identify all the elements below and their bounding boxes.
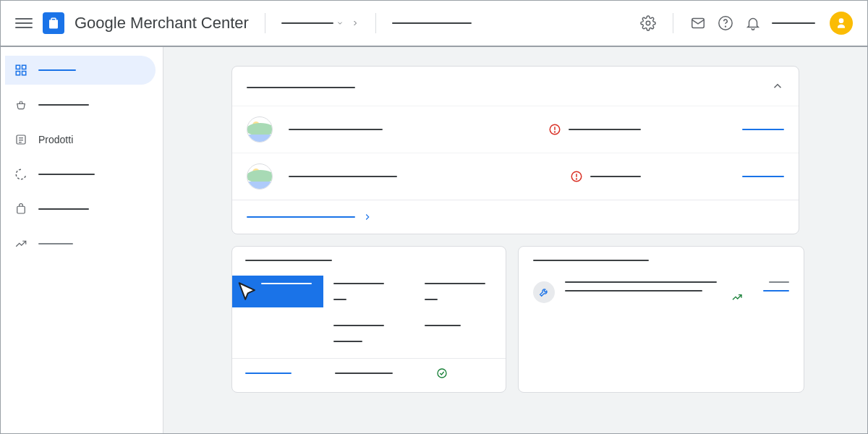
list-icon: [14, 132, 28, 147]
svg-rect-5: [22, 65, 26, 69]
user-avatar[interactable]: [830, 12, 853, 35]
cursor-icon: [235, 280, 260, 305]
performance-card: [518, 246, 804, 393]
chevron-right-icon: [362, 212, 373, 222]
stats-card: [231, 246, 506, 393]
svg-rect-12: [17, 206, 25, 213]
stat-block-active[interactable]: [232, 276, 323, 307]
stat-block[interactable]: [323, 276, 414, 307]
dashboard-icon: [14, 63, 28, 77]
chevron-up-icon: [771, 80, 784, 93]
status-text-placeholder: [569, 129, 641, 130]
svg-point-18: [576, 179, 577, 179]
channel-action-link[interactable]: [742, 129, 784, 130]
collapse-button[interactable]: [771, 80, 784, 95]
channel-image-icon: [247, 163, 273, 190]
notifications-icon[interactable]: [744, 14, 762, 32]
insight-link[interactable]: [763, 290, 789, 292]
svg-point-19: [438, 369, 446, 378]
channel-name-placeholder: [289, 176, 397, 177]
svg-rect-1: [692, 19, 705, 28]
app-title: Google Merchant Center: [75, 14, 249, 33]
channel-name-placeholder: [289, 129, 383, 130]
divider: [673, 13, 673, 33]
view-all-link[interactable]: [232, 200, 799, 234]
metric-placeholder: [769, 281, 789, 283]
channels-card: [231, 66, 799, 234]
sidebar-item-orders[interactable]: [5, 90, 156, 119]
alert-icon: [548, 123, 561, 136]
stat-block[interactable]: [323, 318, 414, 349]
header: Google Merchant Center: [1, 1, 867, 47]
channel-row: [232, 153, 799, 200]
wrench-icon: [533, 281, 555, 303]
stats-link[interactable]: [245, 373, 292, 374]
trend-up-icon: [731, 292, 743, 303]
settings-icon[interactable]: [639, 14, 657, 32]
account-selector[interactable]: [281, 19, 359, 27]
alert-icon: [570, 170, 583, 183]
stat-block[interactable]: [414, 276, 506, 307]
stat-block[interactable]: [414, 318, 506, 349]
main-content: [163, 47, 867, 433]
card-title-placeholder: [533, 260, 649, 261]
account-label-placeholder: [772, 22, 815, 24]
svg-rect-4: [16, 65, 20, 69]
basket-icon: [14, 98, 28, 112]
help-icon[interactable]: [717, 14, 734, 32]
card-title-placeholder: [247, 87, 355, 88]
circle-progress-icon: [14, 167, 28, 182]
channel-row: [232, 106, 799, 153]
stats-text-placeholder: [335, 373, 393, 374]
trending-up-icon: [14, 237, 28, 251]
insight-text-placeholder: [565, 281, 717, 292]
chevron-right-icon: [351, 19, 359, 27]
sidebar-item-marketing[interactable]: [5, 195, 156, 224]
svg-rect-6: [16, 72, 20, 75]
menu-button[interactable]: [15, 14, 33, 32]
sidebar-item-products[interactable]: Prodotti: [5, 125, 156, 154]
svg-point-15: [555, 132, 556, 132]
bag-icon: [14, 202, 28, 216]
sidebar: Prodotti: [1, 47, 163, 433]
status-text-placeholder: [590, 176, 641, 177]
divider: [265, 13, 265, 33]
sidebar-item-label: Prodotti: [38, 134, 73, 145]
divider: [375, 13, 376, 33]
sidebar-item-performance[interactable]: [5, 160, 156, 189]
channel-action-link[interactable]: [742, 176, 784, 177]
merchant-logo-icon: [43, 12, 64, 34]
svg-rect-7: [22, 72, 26, 75]
channel-image-icon: [247, 116, 273, 142]
sidebar-item-growth[interactable]: [5, 229, 156, 258]
breadcrumb-placeholder: [392, 22, 472, 24]
check-circle-icon: [436, 367, 448, 379]
mail-icon[interactable]: [689, 14, 707, 32]
svg-point-3: [726, 26, 726, 27]
chevron-down-icon: [336, 20, 344, 27]
card-title-placeholder: [245, 260, 332, 261]
sidebar-item-overview[interactable]: [5, 56, 156, 85]
svg-point-0: [646, 21, 650, 25]
